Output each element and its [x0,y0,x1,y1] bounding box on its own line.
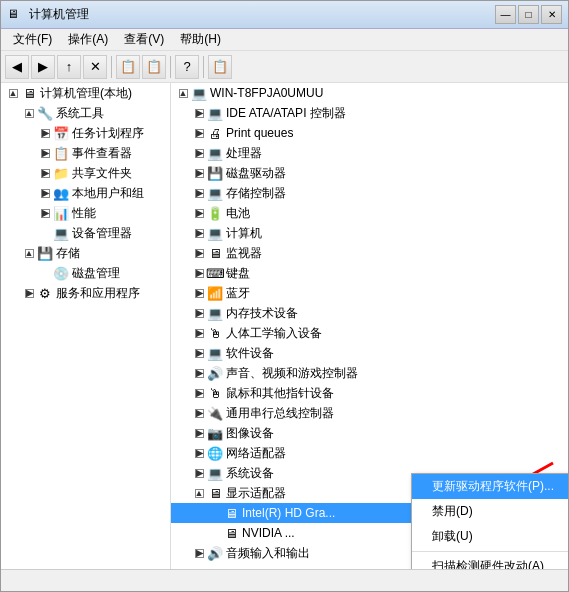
export-button[interactable]: 📋 [142,55,166,79]
right-audio-label: 声音、视频和游戏控制器 [226,365,358,382]
tree-root[interactable]: ▲ 🖥 计算机管理(本地) [1,83,170,103]
tree-services[interactable]: ▶ ⚙ 服务和应用程序 [1,283,170,303]
right-ide-expand: ▶ [191,105,207,121]
context-sep1 [412,551,568,552]
right-disk[interactable]: ▶ 💾 磁盘驱动器 [171,163,568,183]
right-sc-label: 存储控制器 [226,185,286,202]
perf-label: 性能 [72,205,96,222]
help-button[interactable]: ? [175,55,199,79]
main-window: 🖥 计算机管理 — □ ✕ 文件(F) 操作(A) 查看(V) 帮助(H) ◀ … [0,0,569,592]
menu-help[interactable]: 帮助(H) [172,29,229,50]
right-keyboard[interactable]: ▶ ⌨ 键盘 [171,263,568,283]
right-hid-label: 人体工学输入设备 [226,325,322,342]
device-icon: 💻 [53,225,69,241]
up-button[interactable]: ↑ [57,55,81,79]
right-comp-icon: 💻 [207,225,223,241]
storage-label: 存储 [56,245,80,262]
context-uninstall[interactable]: 卸载(U) [412,524,568,549]
right-panel: ▲ 💻 WIN-T8FPJA0UMUU ▶ 💻 IDE ATA/ATAPI 控制… [171,83,568,569]
right-img-expand: ▶ [191,425,207,441]
menu-action[interactable]: 操作(A) [60,29,116,50]
tree-local-users[interactable]: ▶ 👥 本地用户和组 [1,183,170,203]
forward-button[interactable]: ▶ [31,55,55,79]
right-cpu[interactable]: ▶ 💻 处理器 [171,143,568,163]
right-root[interactable]: ▲ 💻 WIN-T8FPJA0UMUU [171,83,568,103]
right-img-label: 图像设备 [226,425,274,442]
right-disk-expand-icon: ▶ [195,169,204,178]
right-print-icon: 🖨 [207,125,223,141]
right-hid[interactable]: ▶ 🖱 人体工学输入设备 [171,323,568,343]
tree-system-tools[interactable]: ▲ 🔧 系统工具 [1,103,170,123]
right-battery[interactable]: ▶ 🔋 电池 [171,203,568,223]
main-content: ▲ 🖥 计算机管理(本地) ▲ 🔧 系统工具 ▶ 📅 任务计划程序 [1,83,568,569]
minimize-button[interactable]: — [495,5,516,24]
storage-icon: 💾 [37,245,53,261]
right-computer[interactable]: ▶ 💻 计算机 [171,223,568,243]
right-ide[interactable]: ▶ 💻 IDE ATA/ATAPI 控制器 [171,103,568,123]
right-cpu-icon: 💻 [207,145,223,161]
system-tools-icon: 🔧 [37,105,53,121]
right-imaging[interactable]: ▶ 📷 图像设备 [171,423,568,443]
right-ports-expand: ▶ [191,405,207,421]
context-disable[interactable]: 禁用(D) [412,499,568,524]
right-sys-label: 系统设备 [226,465,274,482]
right-sys-expand-icon: ▶ [195,469,204,478]
close-button[interactable]: ✕ [541,5,562,24]
tree-shared-folders[interactable]: ▶ 📁 共享文件夹 [1,163,170,183]
right-sys-icon: 💻 [207,465,223,481]
tree-performance[interactable]: ▶ 📊 性能 [1,203,170,223]
right-mem[interactable]: ▶ 💻 内存技术设备 [171,303,568,323]
menubar: 文件(F) 操作(A) 查看(V) 帮助(H) [1,29,568,51]
services-expand-icon: ▶ [25,289,34,298]
toolbar-sep1 [111,56,112,78]
right-print-label: Print queues [226,126,293,140]
menu-view[interactable]: 查看(V) [116,29,172,50]
right-bat-icon: 🔋 [207,205,223,221]
context-scan[interactable]: 扫描检测硬件改动(A) [412,554,568,569]
title-icon: 🖥 [7,7,23,23]
tree-event-viewer[interactable]: ▶ 📋 事件查看器 [1,143,170,163]
right-mon-icon: 🖥 [207,245,223,261]
tree-task-scheduler[interactable]: ▶ 📅 任务计划程序 [1,123,170,143]
right-disk-label: 磁盘驱动器 [226,165,286,182]
right-mouse[interactable]: ▶ 🖱 鼠标和其他指针设备 [171,383,568,403]
users-expand-icon: ▶ [41,189,50,198]
menu-file[interactable]: 文件(F) [5,29,60,50]
right-ports-label: 通用串行总线控制器 [226,405,334,422]
status-bar [1,569,568,591]
extra-button[interactable]: 📋 [208,55,232,79]
right-sw-label: 软件设备 [226,345,274,362]
context-update-driver[interactable]: 更新驱动程序软件(P)... [412,474,568,499]
right-audio[interactable]: ▶ 🔊 声音、视频和游戏控制器 [171,363,568,383]
title-bar: 🖥 计算机管理 — □ ✕ [1,1,568,29]
right-ports[interactable]: ▶ 🔌 通用串行总线控制器 [171,403,568,423]
right-disp-expand-icon: ▲ [195,489,204,498]
right-storage-ctrl[interactable]: ▶ 💻 存储控制器 [171,183,568,203]
back-button[interactable]: ◀ [5,55,29,79]
tree-storage[interactable]: ▲ 💾 存储 [1,243,170,263]
right-aio-expand-icon: ▶ [195,549,204,558]
shared-expand: ▶ [37,165,53,181]
tree-disk-mgmt[interactable]: 💿 磁盘管理 [1,263,170,283]
right-disp-label: 显示适配器 [226,485,286,502]
tree-device-manager[interactable]: 💻 设备管理器 [1,223,170,243]
right-sw-dev[interactable]: ▶ 💻 软件设备 [171,343,568,363]
right-monitor[interactable]: ▶ 🖥 监视器 [171,243,568,263]
task-expand: ▶ [37,125,53,141]
context-menu: 更新驱动程序软件(P)... 禁用(D) 卸载(U) 扫描检测硬件改动(A) 属… [411,473,568,569]
right-nvidia-label: NVIDIA ... [242,526,295,540]
right-bluetooth[interactable]: ▶ 📶 蓝牙 [171,283,568,303]
right-aio-expand: ▶ [191,545,207,561]
right-aio-icon: 🔊 [207,545,223,561]
right-hid-icon: 🖱 [207,325,223,341]
show-hide-button[interactable]: 📋 [116,55,140,79]
right-disk-expand: ▶ [191,165,207,181]
right-print[interactable]: ▶ 🖨 Print queues [171,123,568,143]
maximize-button[interactable]: □ [518,5,539,24]
stop-button[interactable]: ✕ [83,55,107,79]
right-disp-icon: 🖥 [207,485,223,501]
right-sw-expand-icon: ▶ [195,349,204,358]
toolbar: ◀ ▶ ↑ ✕ 📋 📋 ? 📋 [1,51,568,83]
right-kb-icon: ⌨ [207,265,223,281]
right-comp-label: 计算机 [226,225,262,242]
